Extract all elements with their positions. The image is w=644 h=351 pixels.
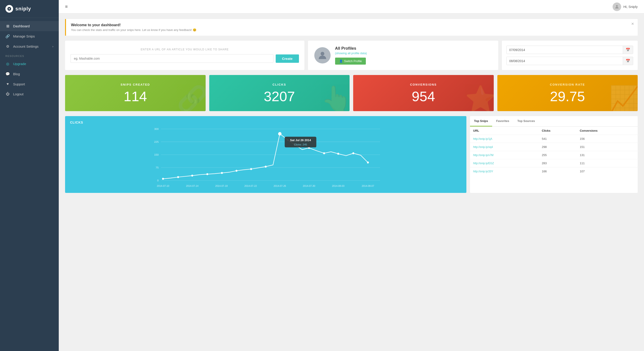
svg-text:0: 0 bbox=[157, 179, 159, 182]
clicks-chart: 300 225 150 75 0 2014-07-10 2014-07-14 2… bbox=[70, 126, 462, 190]
col-url: URL bbox=[470, 127, 539, 135]
conversions-bg-icon: ⭐ bbox=[465, 84, 494, 111]
url-input[interactable] bbox=[70, 54, 274, 63]
settings-icon: ⚙ bbox=[6, 44, 10, 48]
sidebar-item-upgrade-label: Upgrade bbox=[13, 62, 26, 66]
svg-text:Sat Jul 26 2014: Sat Jul 26 2014 bbox=[290, 138, 311, 142]
sidebar-item-dashboard-label: Dashboard bbox=[13, 24, 30, 28]
svg-point-36 bbox=[367, 161, 369, 164]
sidebar-item-blog[interactable]: 💬 Blog bbox=[0, 69, 59, 79]
sidebar-item-manage-snips-label: Manage Snips bbox=[13, 34, 35, 38]
svg-text:2014-07-14: 2014-07-14 bbox=[186, 185, 198, 187]
profile-name: All Profiles bbox=[335, 46, 492, 51]
tab-top-sources[interactable]: Top Sources bbox=[513, 116, 539, 126]
top-snips-table: URL Clicks Conversions http://snip.ly/1j… bbox=[470, 127, 638, 175]
svg-text:2014-07-22: 2014-07-22 bbox=[244, 185, 257, 187]
welcome-message: You can check the stats and traffic on y… bbox=[71, 28, 633, 32]
rate-bg-icon: 📈 bbox=[609, 84, 638, 111]
sidebar-item-support[interactable]: ♥ Support bbox=[0, 79, 59, 89]
dashboard-icon: ⊞ bbox=[6, 24, 10, 28]
chevron-right-icon: › bbox=[52, 45, 53, 48]
end-date-input[interactable] bbox=[506, 57, 623, 65]
sidebar-item-logout-label: Logout bbox=[13, 92, 24, 96]
calendar-end-icon[interactable]: 📅 bbox=[623, 57, 633, 65]
welcome-title: Welcome to your dashboard! bbox=[71, 23, 633, 27]
svg-text:2014-07-26: 2014-07-26 bbox=[274, 185, 286, 187]
col-conversions: Conversions bbox=[577, 127, 638, 135]
person-icon: 👤 bbox=[339, 59, 343, 63]
sidebar-item-logout[interactable]: ⏻ Logout bbox=[0, 89, 59, 99]
rate-label: CONVERSION RATE bbox=[550, 83, 585, 86]
svg-text:2014-07-30: 2014-07-30 bbox=[303, 185, 315, 187]
cell-conversions: 111 bbox=[577, 159, 638, 167]
url-card: ENTER A URL OF AN ARTICLE YOU WOULD LIKE… bbox=[65, 41, 304, 70]
svg-text:2014-07-10: 2014-07-10 bbox=[157, 185, 169, 187]
url-profile-date-row: ENTER A URL OF AN ARTICLE YOU WOULD LIKE… bbox=[65, 41, 638, 70]
table-tabs: Top Snips Favorites Top Sources bbox=[470, 116, 638, 127]
url-card-label: ENTER A URL OF AN ARTICLE YOU WOULD LIKE… bbox=[70, 48, 299, 51]
sidebar-item-account-settings-label: Account Settings bbox=[13, 44, 39, 48]
resources-label: RESOURCES bbox=[0, 51, 59, 59]
hamburger-icon[interactable]: ≡ bbox=[65, 4, 68, 9]
sidebar-item-blog-label: Blog bbox=[13, 72, 20, 76]
start-date-row: 📅 bbox=[506, 46, 633, 54]
stat-card-clicks: 👆 CLICKS 3207 bbox=[209, 75, 350, 111]
clicks-value: 3207 bbox=[264, 89, 295, 103]
snips-value: 114 bbox=[124, 89, 147, 103]
table-row: http://snip.ly/20Y 166 107 bbox=[470, 167, 638, 175]
cell-url[interactable]: http://snip.ly/oq4 bbox=[470, 143, 539, 151]
upgrade-icon: ◎ bbox=[6, 62, 10, 66]
svg-point-23 bbox=[191, 175, 193, 177]
switch-profile-label: Switch Profile bbox=[344, 59, 362, 63]
sidebar-item-dashboard[interactable]: ⊞ Dashboard bbox=[0, 21, 59, 31]
table-row: http://snip.ly/x7M 255 131 bbox=[470, 151, 638, 159]
col-clicks: Clicks bbox=[539, 127, 577, 135]
svg-text:2014-07-18: 2014-07-18 bbox=[215, 185, 228, 187]
svg-point-27 bbox=[250, 168, 252, 170]
svg-point-24 bbox=[206, 173, 208, 175]
close-banner-button[interactable]: ✕ bbox=[631, 22, 634, 26]
sidebar-item-support-label: Support bbox=[13, 82, 25, 86]
logo-text: sniply bbox=[15, 6, 31, 12]
chart-svg-wrap: 300 225 150 75 0 2014-07-10 2014-07-14 2… bbox=[70, 126, 462, 191]
stat-card-conversions: ⭐ CONVERSIONS 954 bbox=[353, 75, 494, 111]
start-date-input[interactable] bbox=[506, 46, 623, 54]
sidebar-item-upgrade[interactable]: ◎ Upgrade bbox=[0, 59, 59, 69]
svg-point-1 bbox=[616, 5, 618, 6]
link-icon: 🔗 bbox=[6, 34, 10, 38]
user-avatar bbox=[612, 2, 621, 11]
cell-url[interactable]: http://snip.ly/EGZ bbox=[470, 159, 539, 167]
snips-label: SNIPS CREATED bbox=[121, 83, 150, 86]
stat-card-conversion-rate: 📈 CONVERSION RATE 29.75 bbox=[497, 75, 638, 111]
sidebar-item-manage-snips[interactable]: 🔗 Manage Snips bbox=[0, 31, 59, 41]
cell-clicks: 283 bbox=[539, 159, 577, 167]
create-button[interactable]: Create bbox=[276, 54, 299, 63]
blog-icon: 💬 bbox=[6, 72, 10, 76]
tab-favorites[interactable]: Favorites bbox=[492, 116, 514, 126]
svg-text:225: 225 bbox=[154, 140, 159, 143]
tab-top-snips[interactable]: Top Snips bbox=[470, 116, 492, 126]
conversions-value: 954 bbox=[412, 89, 435, 103]
sidebar-nav: ⊞ Dashboard 🔗 Manage Snips ⚙ Account Set… bbox=[0, 18, 59, 351]
user-info: Hi, Sniply bbox=[612, 2, 638, 11]
url-input-row: Create bbox=[70, 54, 299, 63]
cell-clicks: 541 bbox=[539, 135, 577, 143]
table-card: Top Snips Favorites Top Sources URL Clic… bbox=[470, 116, 638, 193]
svg-point-22 bbox=[177, 176, 179, 178]
chart-title: CLICKS bbox=[70, 121, 462, 124]
logout-icon: ⏻ bbox=[6, 92, 10, 96]
svg-text:75: 75 bbox=[156, 166, 159, 169]
profile-card: All Profiles (showing all profile data) … bbox=[308, 41, 498, 70]
cell-conversions: 156 bbox=[577, 135, 638, 143]
cell-url[interactable]: http://snip.ly/x7M bbox=[470, 151, 539, 159]
rate-value: 29.75 bbox=[550, 89, 585, 103]
cell-url[interactable]: http://snip.ly/20Y bbox=[470, 167, 539, 175]
svg-point-21 bbox=[162, 178, 164, 180]
calendar-start-icon[interactable]: 📅 bbox=[623, 46, 633, 54]
sidebar-item-account-settings[interactable]: ⚙ Account Settings › bbox=[0, 41, 59, 51]
switch-profile-button[interactable]: 👤 Switch Profile bbox=[335, 58, 366, 65]
date-card: 📅 📅 bbox=[502, 41, 638, 70]
cell-url[interactable]: http://snip.ly/1jA bbox=[470, 135, 539, 143]
svg-text:2014-08-03: 2014-08-03 bbox=[332, 185, 344, 187]
user-greeting: Hi, Sniply bbox=[624, 5, 638, 8]
